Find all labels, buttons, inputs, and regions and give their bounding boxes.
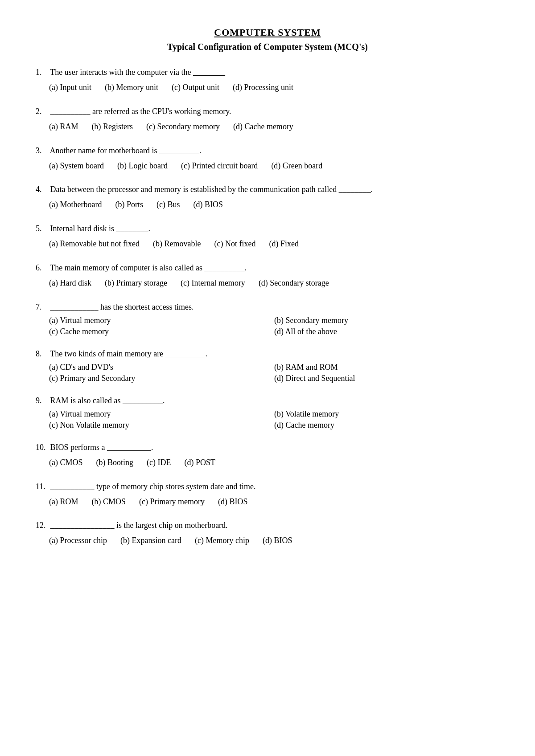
options-row-4: (a) Motherboard(b) Ports(c) Bus(d) BIOS <box>49 198 499 211</box>
options-2col-9: (a) Virtual memory(b) Volatile memory(c)… <box>49 409 499 430</box>
question-block-3: 3. Another name for motherboard is _____… <box>36 145 499 172</box>
option-11-2: (b) CMOS <box>92 495 126 508</box>
option-8-3: (c) Primary and Secondary <box>49 374 274 383</box>
option-7-1: (a) Virtual memory <box>49 316 274 325</box>
option-8-2: (b) RAM and ROM <box>274 363 499 372</box>
option-2-4: (d) Cache memory <box>233 120 293 133</box>
question-block-10: 10. BIOS performs a ___________.(a) CMOS… <box>36 441 499 469</box>
question-block-7: 7. ____________ has the shortest access … <box>36 301 499 336</box>
option-5-4: (d) Fixed <box>269 237 299 250</box>
option-7-3: (c) Cache memory <box>49 327 274 336</box>
options-2col-8: (a) CD's and DVD's(b) RAM and ROM(c) Pri… <box>49 363 499 383</box>
option-10-4: (d) POST <box>184 456 215 469</box>
question-text-12: 12. ________________ is the largest chip… <box>36 519 499 531</box>
option-3-3: (c) Printed circuit board <box>181 159 258 172</box>
question-text-3: 3. Another name for motherboard is _____… <box>36 145 499 157</box>
option-11-4: (d) BIOS <box>218 495 248 508</box>
question-text-5: 5. Internal hard disk is ________. <box>36 223 499 235</box>
questions-container: 1. The user interacts with the computer … <box>36 66 499 547</box>
option-9-3: (c) Non Volatile memory <box>49 421 274 430</box>
question-block-6: 6. The main memory of computer is also c… <box>36 262 499 290</box>
question-block-2: 2. __________ are referred as the CPU's … <box>36 106 499 133</box>
question-text-10: 10. BIOS performs a ___________. <box>36 441 499 454</box>
option-12-2: (b) Expansion card <box>120 534 181 547</box>
option-2-3: (c) Secondary memory <box>146 120 220 133</box>
option-12-1: (a) Processor chip <box>49 534 107 547</box>
option-9-1: (a) Virtual memory <box>49 409 274 419</box>
option-6-1: (a) Hard disk <box>49 277 91 290</box>
options-row-10: (a) CMOS(b) Booting(c) IDE(d) POST <box>49 456 499 469</box>
option-2-2: (b) Registers <box>92 120 133 133</box>
option-9-4: (d) Cache memory <box>274 421 499 430</box>
question-block-4: 4. Data between the processor and memory… <box>36 184 499 211</box>
option-4-1: (a) Motherboard <box>49 198 102 211</box>
option-7-4: (d) All of the above <box>274 327 499 336</box>
question-block-9: 9. RAM is also called as __________.(a) … <box>36 395 499 430</box>
options-row-2: (a) RAM(b) Registers(c) Secondary memory… <box>49 120 499 133</box>
options-row-1: (a) Input unit(b) Memory unit(c) Output … <box>49 81 499 94</box>
option-4-3: (c) Bus <box>156 198 180 211</box>
question-text-6: 6. The main memory of computer is also c… <box>36 262 499 274</box>
option-4-4: (d) BIOS <box>193 198 223 211</box>
question-text-11: 11. ___________ type of memory chip stor… <box>36 481 499 493</box>
option-5-1: (a) Removable but not fixed <box>49 237 140 250</box>
page-subtitle: Typical Configuration of Computer System… <box>36 42 499 52</box>
question-text-8: 8. The two kinds of main memory are ____… <box>36 348 499 360</box>
question-text-7: 7. ____________ has the shortest access … <box>36 301 499 313</box>
option-6-4: (d) Secondary storage <box>259 277 329 290</box>
page-title: COMPUTER SYSTEM <box>36 27 499 38</box>
question-text-9: 9. RAM is also called as __________. <box>36 395 499 407</box>
option-12-4: (d) BIOS <box>263 534 292 547</box>
option-11-1: (a) ROM <box>49 495 78 508</box>
option-1-2: (b) Memory unit <box>105 81 158 94</box>
question-text-4: 4. Data between the processor and memory… <box>36 184 499 196</box>
option-2-1: (a) RAM <box>49 120 78 133</box>
question-block-8: 8. The two kinds of main memory are ____… <box>36 348 499 383</box>
option-10-1: (a) CMOS <box>49 456 83 469</box>
option-7-2: (b) Secondary memory <box>274 316 499 325</box>
options-row-6: (a) Hard disk(b) Primary storage(c) Inte… <box>49 277 499 290</box>
option-6-3: (c) Internal memory <box>181 277 245 290</box>
options-row-12: (a) Processor chip(b) Expansion card(c) … <box>49 534 499 547</box>
option-10-3: (c) IDE <box>147 456 171 469</box>
question-text-2: 2. __________ are referred as the CPU's … <box>36 106 499 118</box>
question-block-1: 1. The user interacts with the computer … <box>36 66 499 94</box>
question-block-5: 5. Internal hard disk is ________.(a) Re… <box>36 223 499 250</box>
option-8-4: (d) Direct and Sequential <box>274 374 499 383</box>
option-10-2: (b) Booting <box>96 456 134 469</box>
option-9-2: (b) Volatile memory <box>274 409 499 419</box>
option-4-2: (b) Ports <box>115 198 143 211</box>
option-12-3: (c) Memory chip <box>195 534 249 547</box>
options-row-5: (a) Removable but not fixed(b) Removable… <box>49 237 499 250</box>
options-row-11: (a) ROM(b) CMOS(c) Primary memory(d) BIO… <box>49 495 499 508</box>
question-text-1: 1. The user interacts with the computer … <box>36 66 499 78</box>
question-block-12: 12. ________________ is the largest chip… <box>36 519 499 547</box>
option-6-2: (b) Primary storage <box>105 277 167 290</box>
options-2col-7: (a) Virtual memory(b) Secondary memory(c… <box>49 316 499 336</box>
option-5-2: (b) Removable <box>153 237 201 250</box>
options-row-3: (a) System board(b) Logic board(c) Print… <box>49 159 499 172</box>
question-block-11: 11. ___________ type of memory chip stor… <box>36 481 499 508</box>
option-8-1: (a) CD's and DVD's <box>49 363 274 372</box>
option-5-3: (c) Not fixed <box>214 237 255 250</box>
option-1-4: (d) Processing unit <box>233 81 293 94</box>
option-1-1: (a) Input unit <box>49 81 91 94</box>
option-11-3: (c) Primary memory <box>139 495 205 508</box>
option-3-4: (d) Green board <box>271 159 322 172</box>
option-3-2: (b) Logic board <box>117 159 168 172</box>
option-3-1: (a) System board <box>49 159 104 172</box>
option-1-3: (c) Output unit <box>172 81 219 94</box>
